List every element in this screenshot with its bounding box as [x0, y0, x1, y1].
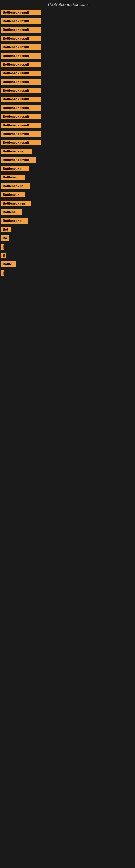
bar-row: |: [0, 269, 135, 277]
bar-row: Bottleneck r: [0, 164, 135, 173]
bar-label: Bottleneck: [1, 192, 25, 197]
bar-label: Bottleneck result: [1, 114, 41, 119]
bar-row: Bottleneck result: [0, 34, 135, 43]
bar-row: |: [0, 243, 135, 251]
bar-row: Bo: [0, 234, 135, 243]
bar-label: |: [1, 244, 4, 250]
bar-row: Bottleneck result: [0, 95, 135, 104]
bars-container: Bottleneck resultBottleneck resultBottle…: [0, 8, 135, 277]
bar-row: Bottleneck result: [0, 43, 135, 52]
bar-row: Bot: [0, 225, 135, 234]
bar-label: Bottlene: [1, 209, 22, 215]
bar-label: Bottlenec: [1, 175, 26, 180]
bar-row: Bottleneck result: [0, 60, 135, 69]
bar-row: Bottleneck re: [0, 147, 135, 156]
bar-row: Bottleneck result: [0, 26, 135, 34]
bar-label: Bottleneck result: [1, 53, 41, 59]
bar-label: Bottleneck result: [1, 10, 41, 15]
bar-label: Bottleneck result: [1, 79, 41, 85]
bar-row: Bottleneck result: [0, 8, 135, 17]
bar-label: Bottle: [1, 261, 16, 267]
bar-label: Bottleneck result: [1, 157, 36, 163]
bar-label: Bo: [1, 236, 9, 241]
bar-label: Bot: [1, 227, 11, 232]
bar-row: Bottleneck r: [0, 216, 135, 225]
bar-label: Bottleneck result: [1, 140, 41, 145]
bar-row: Bottleneck: [0, 190, 135, 199]
bar-label: Bottleneck result: [1, 131, 41, 137]
bar-label: Bottleneck result: [1, 19, 41, 24]
page-container: TheBottlenecker.com Bottleneck resultBot…: [0, 0, 135, 277]
bar-row: Bottleneck re: [0, 182, 135, 190]
bar-row: Bottleneck result: [0, 121, 135, 130]
bar-label: Bottleneck re: [1, 183, 30, 189]
bar-row: Bottleneck result: [0, 17, 135, 26]
bar-row: Bottleneck result: [0, 130, 135, 138]
bar-row: Bottleneck result: [0, 112, 135, 121]
bar-row: Bottleneck res: [0, 199, 135, 208]
bar-row: Bottleneck result: [0, 52, 135, 60]
bar-label: Bottleneck res: [1, 201, 31, 206]
bar-row: Bottleneck result: [0, 156, 135, 164]
bar-label: Bottleneck result: [1, 36, 41, 41]
bar-label: Bottleneck result: [1, 62, 41, 67]
bar-row: Bottlenec: [0, 173, 135, 182]
bar-label: Bottleneck result: [1, 123, 41, 128]
bar-row: Bottleneck result: [0, 69, 135, 78]
bar-label: B: [1, 253, 6, 258]
bar-label: Bottleneck result: [1, 105, 41, 111]
bar-row: Bottleneck result: [0, 138, 135, 147]
bar-row: Bottleneck result: [0, 104, 135, 112]
bar-label: Bottleneck re: [1, 149, 32, 154]
bar-label: Bottleneck result: [1, 70, 41, 76]
bar-label: Bottleneck result: [1, 88, 41, 93]
site-title: TheBottlenecker.com: [0, 0, 135, 8]
bar-row: Bottle: [0, 260, 135, 269]
bar-label: Bottleneck result: [1, 27, 41, 33]
bar-row: Bottlene: [0, 208, 135, 216]
bar-label: Bottleneck result: [1, 44, 41, 50]
bar-label: Bottleneck r: [1, 218, 28, 223]
bar-label: |: [1, 270, 4, 276]
bar-row: Bottleneck result: [0, 86, 135, 95]
bar-label: Bottleneck result: [1, 97, 41, 102]
bar-row: Bottleneck result: [0, 78, 135, 86]
bar-row: B: [0, 251, 135, 260]
bar-label: Bottleneck r: [1, 166, 30, 172]
